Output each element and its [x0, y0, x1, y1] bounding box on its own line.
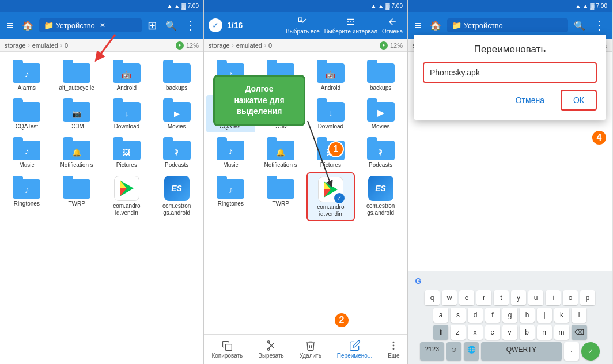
key-h[interactable]: h [520, 308, 535, 323]
key-i[interactable]: i [546, 290, 561, 305]
delete-action[interactable]: Удалить [297, 340, 324, 359]
folder-icon-sm-3: 📁 [452, 21, 461, 30]
key-space[interactable]: QWERTY [481, 342, 562, 361]
key-j[interactable]: j [537, 308, 552, 323]
menu-icon-3[interactable]: ≡ [413, 17, 424, 35]
keyboard-row-2: a s d f g h j k l [409, 308, 611, 323]
file-item-ringtones-2[interactable]: ♪ Ringtones [206, 172, 255, 221]
rename-action[interactable]: Переимено... [335, 340, 374, 359]
search-icon-3[interactable]: 🔍 [572, 18, 588, 33]
key-n[interactable]: n [537, 325, 552, 340]
menu-icon[interactable]: ≡ [5, 17, 16, 35]
key-numbers[interactable]: ?123 [420, 342, 444, 361]
signal-icon-3: ▲ [582, 3, 588, 9]
key-globe[interactable]: 🌐 [464, 342, 479, 361]
file-item-alarms[interactable]: ♪ Alarms [2, 56, 51, 94]
copy-action[interactable]: Копировать [209, 340, 245, 359]
key-p[interactable]: p [580, 290, 595, 305]
file-item-notifications-2[interactable]: 🔔 Notification s [256, 134, 305, 171]
more-label: Еще [388, 352, 399, 359]
cut-action[interactable]: Вырезать [256, 340, 286, 359]
select-all-label: Выбрать все [286, 28, 320, 35]
file-item-podcasts-2[interactable]: 🎙 Podcasts [356, 134, 405, 171]
key-d[interactable]: d [468, 308, 483, 323]
file-item-podcasts[interactable]: 🎙 Podcasts [152, 134, 201, 171]
key-k[interactable]: k [554, 308, 569, 323]
key-enter[interactable]: ✓ [581, 342, 600, 361]
dialog-input[interactable] [423, 62, 597, 83]
key-g[interactable]: g [502, 308, 517, 323]
file-item-notifications[interactable]: 🔔 Notification s [52, 134, 101, 171]
status-bar-2: ▲ ▲ ▓ 7:00 [204, 0, 407, 12]
file-label-android: Android [117, 85, 137, 92]
file-item-download[interactable]: ↓ Download [103, 95, 152, 132]
key-l[interactable]: l [572, 308, 586, 323]
file-label-movies: Movies [168, 123, 186, 130]
key-z[interactable]: z [451, 325, 466, 340]
key-q[interactable]: q [425, 290, 440, 305]
key-x[interactable]: x [468, 325, 483, 340]
search-icon-1[interactable]: 🔍 [163, 18, 179, 33]
breadcrumb-storage-2: storage [209, 42, 230, 49]
breadcrumb-arrow-1: › [28, 43, 30, 48]
select-interval-action[interactable]: Выберите интервал [324, 17, 377, 35]
key-a[interactable]: a [433, 308, 448, 323]
ok-button[interactable]: ОК [561, 90, 597, 111]
file-item-download-2[interactable]: ↓ Download [306, 95, 355, 132]
file-item-pictures[interactable]: 🖼 Pictures [103, 134, 152, 171]
file-item-movies-2[interactable]: ▶ Movies [356, 95, 405, 132]
key-backspace[interactable]: ⌫ [572, 325, 587, 340]
file-item-ringtones[interactable]: ♪ Ringtones [2, 172, 51, 219]
key-o[interactable]: o [563, 290, 578, 305]
key-b[interactable]: b [520, 325, 535, 340]
key-s[interactable]: s [451, 308, 466, 323]
grid-icon[interactable]: ⊞ [145, 16, 160, 35]
more-action[interactable]: Еще [385, 340, 402, 359]
key-t[interactable]: t [494, 290, 509, 305]
battery-icon-2: ▓ [385, 3, 389, 9]
file-item-music[interactable]: ♪ Music [2, 134, 51, 171]
file-label-pictures: Pictures [116, 162, 137, 169]
file-item-dcim[interactable]: 📷 DCIM [52, 95, 101, 132]
file-label-podcasts: Podcasts [165, 162, 188, 169]
more-icon-3[interactable]: ⋮ [591, 16, 607, 35]
key-emoji[interactable]: ☺ [446, 342, 461, 361]
key-period[interactable]: . [564, 342, 579, 361]
select-all-action[interactable]: Выбрать все [286, 17, 320, 35]
key-w[interactable]: w [442, 290, 457, 305]
badge-2: 2 [334, 312, 350, 328]
file-item-estrong-2[interactable]: ES com.estron gs.android [356, 172, 405, 221]
file-item-twrp[interactable]: TWRP [52, 172, 101, 219]
file-item-estrong[interactable]: ES com.estron gs.android [152, 172, 201, 219]
file-item-android-2[interactable]: 🤖 Android [306, 56, 355, 94]
key-r[interactable]: r [476, 290, 491, 305]
key-f[interactable]: f [485, 308, 500, 323]
cancel-selection-action[interactable]: Отмена [382, 17, 403, 35]
file-item-playstore-2[interactable]: ✓ com.andro id.vendin [306, 172, 355, 221]
music-icon-3: ♪ [228, 146, 233, 157]
more-icon-1[interactable]: ⋮ [183, 16, 199, 35]
key-m[interactable]: m [554, 325, 569, 340]
close-title-icon[interactable]: ✕ [100, 21, 105, 29]
key-y[interactable]: y [511, 290, 526, 305]
file-item-twrp-2[interactable]: TWRP [256, 172, 305, 221]
status-icons-3: ▲ ▲ ▓ 7:00 [575, 3, 607, 9]
file-item-movies[interactable]: ▶ Movies [152, 95, 201, 132]
file-item-cqatest[interactable]: CQATest [2, 95, 51, 132]
key-e[interactable]: e [459, 290, 474, 305]
key-u[interactable]: u [528, 290, 543, 305]
file-item-backups-2[interactable]: backups [356, 56, 405, 94]
storage-percent-2: 12% [390, 42, 403, 49]
file-item-playstore[interactable]: com.andro id.vendin [103, 172, 152, 219]
mic-icon: 🎙 [173, 148, 180, 157]
file-item-backups[interactable]: backups [152, 56, 201, 94]
key-shift[interactable]: ⬆ [433, 325, 448, 340]
key-c[interactable]: c [485, 325, 500, 340]
cancel-button[interactable]: Отмена [504, 90, 556, 111]
storage-pie-icon: ● [176, 41, 184, 50]
home-icon-3[interactable]: 🏠 [427, 18, 444, 33]
key-v[interactable]: v [502, 325, 517, 340]
home-icon[interactable]: 🏠 [20, 18, 36, 33]
file-item-music-2[interactable]: ♪ Music [206, 134, 255, 171]
label-pictures-2: Pictures [320, 162, 341, 169]
